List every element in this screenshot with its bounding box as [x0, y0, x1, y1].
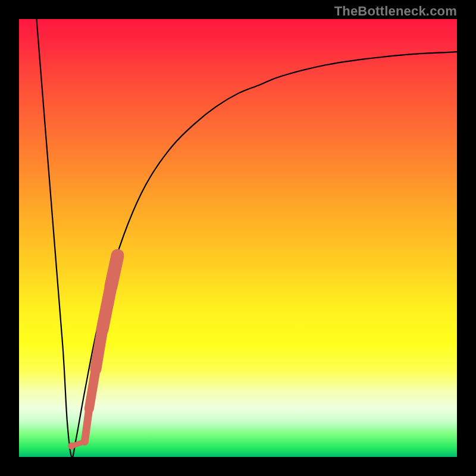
chart-overlay [19, 19, 457, 457]
watermark-text: TheBottleneck.com [334, 4, 457, 19]
highlight-seg [102, 286, 111, 330]
chart-frame: TheBottleneck.com [0, 0, 476, 476]
highlight-seg [111, 255, 118, 286]
highlight-segment [68, 255, 117, 449]
highlight-seg [89, 369, 96, 409]
bottleneck-curve [36, 19, 457, 458]
highlight-seg [84, 409, 89, 441]
